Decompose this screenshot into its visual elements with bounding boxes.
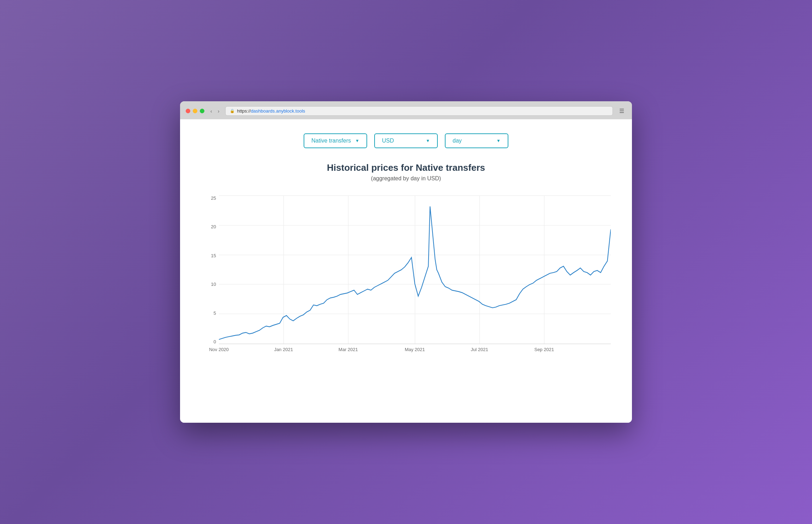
nav-buttons: ‹ › <box>209 108 221 115</box>
interval-arrow-icon: ▼ <box>496 138 501 143</box>
back-button[interactable]: ‹ <box>209 108 214 115</box>
currency-label: USD <box>382 138 394 144</box>
chart-main-title: Historical prices for Native transfers <box>201 162 611 173</box>
chart-container: 0 5 10 15 20 25 <box>201 196 611 358</box>
x-label-jul2021: Jul 2021 <box>471 347 488 352</box>
browser-window: ‹ › 🔒 https://dashboards.anyblock.tools … <box>180 101 632 423</box>
y-label-0: 0 <box>201 339 219 344</box>
close-button[interactable] <box>186 109 190 113</box>
url-protocol: https:// <box>237 108 251 114</box>
interval-dropdown[interactable]: day ▼ <box>445 133 508 148</box>
y-label-5: 5 <box>201 311 219 315</box>
chart-title: Historical prices for Native transfers (… <box>201 162 611 182</box>
x-label-jan2021: Jan 2021 <box>274 347 293 352</box>
url-domain: dashboards.anyblock.tools <box>251 108 305 114</box>
transfer-type-dropdown[interactable]: Native transfers ▼ <box>304 133 367 148</box>
x-label-may2021: May 2021 <box>405 347 425 352</box>
address-bar[interactable]: 🔒 https://dashboards.anyblock.tools <box>225 106 613 116</box>
y-label-10: 10 <box>201 282 219 287</box>
interval-label: day <box>453 138 462 144</box>
menu-button[interactable]: ☰ <box>617 106 626 116</box>
traffic-lights <box>186 109 204 113</box>
x-label-nov2020: Nov 2020 <box>209 347 229 352</box>
y-axis: 0 5 10 15 20 25 <box>201 196 219 344</box>
chart-subtitle: (aggregated by day in USD) <box>201 175 611 182</box>
y-label-20: 20 <box>201 224 219 229</box>
minimize-button[interactable] <box>193 109 197 113</box>
browser-chrome: ‹ › 🔒 https://dashboards.anyblock.tools … <box>180 101 632 119</box>
maximize-button[interactable] <box>200 109 204 113</box>
forward-button[interactable]: › <box>216 108 221 115</box>
currency-arrow-icon: ▼ <box>426 138 430 143</box>
url-text: https://dashboards.anyblock.tools <box>237 108 305 114</box>
chart-polyline <box>219 206 611 339</box>
x-label-sep2021: Sep 2021 <box>534 347 554 352</box>
y-label-15: 15 <box>201 253 219 258</box>
x-axis: Nov 2020 Jan 2021 Mar 2021 May 2021 Jul … <box>219 344 611 358</box>
chart-area <box>219 196 611 344</box>
controls-row: Native transfers ▼ USD ▼ day ▼ <box>201 133 611 148</box>
chart-svg <box>219 196 611 344</box>
transfer-type-arrow-icon: ▼ <box>355 138 359 143</box>
browser-content: Native transfers ▼ USD ▼ day ▼ Historica… <box>180 119 632 423</box>
transfer-type-label: Native transfers <box>311 138 351 144</box>
x-label-mar2021: Mar 2021 <box>339 347 358 352</box>
currency-dropdown[interactable]: USD ▼ <box>374 133 438 148</box>
y-label-25: 25 <box>201 196 219 200</box>
lock-icon: 🔒 <box>230 109 235 113</box>
